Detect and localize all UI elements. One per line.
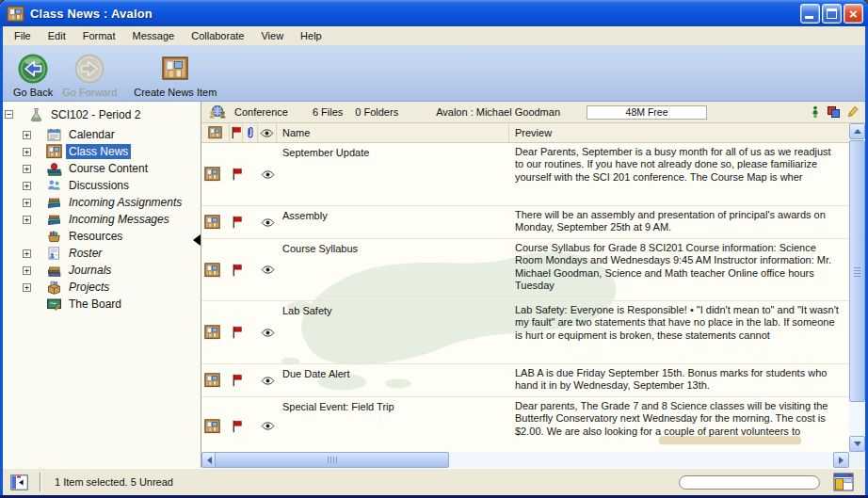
- expand-icon[interactable]: +: [23, 131, 31, 139]
- pencil-icon: [848, 105, 859, 119]
- calendar-icon: [46, 127, 62, 142]
- bulletin-board-icon: [46, 144, 62, 159]
- forward-arrow-icon: [73, 52, 105, 86]
- news-item-row-september-update[interactable]: September UpdateDear Parents, September …: [201, 143, 849, 206]
- vertical-scrollbar[interactable]: [849, 123, 865, 452]
- sidebar-item-class-news[interactable]: +Class News: [3, 143, 201, 160]
- create-news-item-label: Create News Item: [134, 87, 217, 98]
- close-button[interactable]: [844, 4, 863, 24]
- status-text: 1 Item selected. 5 Unread: [55, 476, 173, 488]
- sidebar-item-roster[interactable]: +Roster: [3, 245, 201, 262]
- news-item-preview: There will be an assembly and presentati…: [509, 206, 849, 238]
- news-item-row-assembly[interactable]: AssemblyThere will be an assembly and pr…: [201, 206, 849, 239]
- scroll-up-button[interactable]: [849, 123, 865, 139]
- main-body: − SCI102 - Period 2 +Calendar+Class News…: [3, 102, 865, 468]
- column-header-preview[interactable]: Preview: [509, 123, 849, 142]
- inbox-books-icon: [46, 212, 62, 227]
- menu-item-format[interactable]: Format: [74, 28, 124, 43]
- menu-bar: FileEditFormatMessageCollaborateViewHelp: [3, 26, 865, 45]
- menu-item-help[interactable]: Help: [292, 28, 330, 43]
- expand-icon[interactable]: +: [23, 266, 31, 275]
- window-panel-icon[interactable]: [833, 473, 854, 491]
- item-type-column-icon[interactable]: [201, 123, 230, 142]
- news-item-icon: [204, 325, 230, 340]
- sidebar-root-label: SCI102 - Period 2: [48, 107, 143, 122]
- inbox-books-icon: [46, 195, 62, 210]
- go-forward-button[interactable]: Go Forward: [57, 50, 121, 100]
- title-bar[interactable]: Class News : Avalon: [0, 0, 868, 26]
- collapse-icon[interactable]: −: [5, 110, 13, 119]
- thumb-grip: [328, 457, 338, 463]
- news-item-icon: [204, 263, 230, 278]
- news-item-preview: Dear parents, The Grade 7 and 8 Science …: [509, 397, 849, 452]
- conference-info-bar: Conference 6 Files 0 Folders Avalon : Mi…: [201, 102, 865, 123]
- right-arrow-icon: [839, 457, 844, 464]
- pane-toggle-icon[interactable]: [10, 474, 28, 490]
- news-item-row-special-event-field-trip[interactable]: Special Event: Field TripDear parents, T…: [201, 397, 849, 452]
- news-item-row-lab-safety[interactable]: Lab SafetyLab Safety: Everyone is Respon…: [201, 301, 849, 364]
- sidebar-item-label: Incoming Assignments: [66, 195, 185, 210]
- paperclip-column-icon[interactable]: [243, 123, 258, 142]
- sidebar-item-label: Calendar: [66, 127, 118, 142]
- expand-icon[interactable]: +: [23, 182, 31, 190]
- column-header-name[interactable]: Name: [277, 123, 509, 142]
- back-arrow-icon: [17, 52, 49, 86]
- down-arrow-icon: [854, 442, 861, 446]
- row-status-icons: [201, 301, 277, 363]
- sidebar-item-label: Projects: [66, 280, 112, 295]
- scroll-down-button[interactable]: [849, 436, 865, 452]
- eye-column-icon[interactable]: [258, 123, 277, 142]
- row-status-icons: [201, 397, 277, 452]
- sidebar-item-label: Journals: [66, 263, 114, 278]
- conference-status-icons: [812, 105, 860, 119]
- sidebar-item-projects[interactable]: +Projects: [3, 279, 201, 296]
- expand-icon[interactable]: +: [23, 249, 31, 258]
- expand-icon[interactable]: +: [23, 199, 31, 207]
- go-back-button[interactable]: Go Back: [8, 50, 57, 100]
- sidebar-item-incoming-messages[interactable]: +Incoming Messages: [3, 211, 201, 228]
- news-item-name: Lab Safety: [277, 301, 509, 363]
- server-identity: Avalon : Michael Goodman: [436, 106, 560, 118]
- files-count: 6 Files: [313, 106, 343, 118]
- expand-icon[interactable]: +: [23, 216, 31, 224]
- sidebar-item-the-board[interactable]: The Board: [3, 296, 201, 313]
- maximize-button[interactable]: [822, 4, 842, 24]
- sidebar-item-calendar[interactable]: +Calendar: [3, 126, 201, 143]
- layered-squares-icon: [827, 105, 841, 119]
- flag-column-icon[interactable]: [230, 123, 243, 142]
- sidebar-item-resources[interactable]: Resources: [3, 228, 201, 245]
- menu-item-file[interactable]: File: [6, 28, 40, 43]
- minimize-button[interactable]: [800, 4, 820, 24]
- horizontal-scroll-thumb[interactable]: [215, 452, 449, 468]
- sidebar-item-incoming-assignments[interactable]: +Incoming Assignments: [3, 194, 201, 211]
- flask-icon: [28, 107, 44, 122]
- news-item-row-course-syllabus[interactable]: Course SyllabusCourse Syllabus for Grade…: [201, 239, 849, 301]
- window-edge-left: [0, 26, 3, 495]
- menu-item-edit[interactable]: Edit: [40, 28, 74, 43]
- flag-icon: [230, 326, 243, 339]
- news-list: September UpdateDear Parents, September …: [201, 143, 849, 452]
- books-apple-icon: [46, 161, 62, 176]
- flag-icon: [230, 168, 243, 181]
- chalkboard-icon: [46, 297, 62, 312]
- menu-item-view[interactable]: View: [252, 28, 292, 43]
- sidebar-item-sci102-period-2[interactable]: − SCI102 - Period 2: [3, 105, 201, 123]
- menu-item-message[interactable]: Message: [124, 28, 184, 43]
- news-item-row-due-date-alert[interactable]: Due Date AlertLAB A is due Friday Septem…: [201, 364, 849, 397]
- create-news-item-button[interactable]: Create News Item: [129, 50, 221, 100]
- sidebar-collapse-handle[interactable]: [193, 234, 201, 246]
- expand-icon[interactable]: +: [23, 165, 31, 173]
- scroll-right-button[interactable]: [833, 452, 849, 468]
- free-space-indicator: 48M Free: [587, 105, 707, 120]
- expand-icon[interactable]: +: [23, 283, 31, 292]
- vertical-scroll-thumb[interactable]: [849, 140, 865, 402]
- sidebar-item-course-content[interactable]: +Course Content: [3, 160, 201, 177]
- horizontal-scrollbar[interactable]: [201, 452, 849, 468]
- menu-item-collaborate[interactable]: Collaborate: [183, 28, 252, 43]
- news-item-icon: [204, 215, 230, 230]
- news-item-name: Course Syllabus: [277, 239, 509, 300]
- expand-icon[interactable]: +: [23, 148, 31, 156]
- sidebar-item-discussions[interactable]: +Discussions: [3, 177, 201, 194]
- sidebar-item-journals[interactable]: +Journals: [3, 262, 201, 279]
- flag-icon: [230, 264, 243, 277]
